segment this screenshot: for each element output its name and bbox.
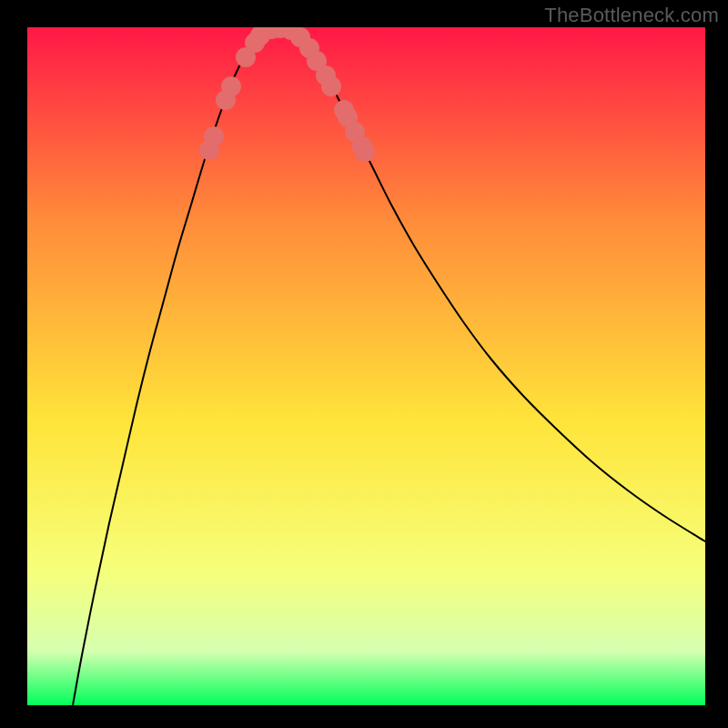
data-marker	[204, 126, 224, 147]
data-marker	[355, 142, 375, 162]
gradient-background	[27, 27, 705, 705]
chart-root: TheBottleneck.com	[0, 0, 728, 728]
data-marker	[221, 76, 241, 96]
watermark-text: TheBottleneck.com	[544, 4, 719, 27]
plot-area	[27, 27, 705, 705]
data-marker	[321, 76, 341, 96]
plot-svg	[27, 27, 705, 705]
